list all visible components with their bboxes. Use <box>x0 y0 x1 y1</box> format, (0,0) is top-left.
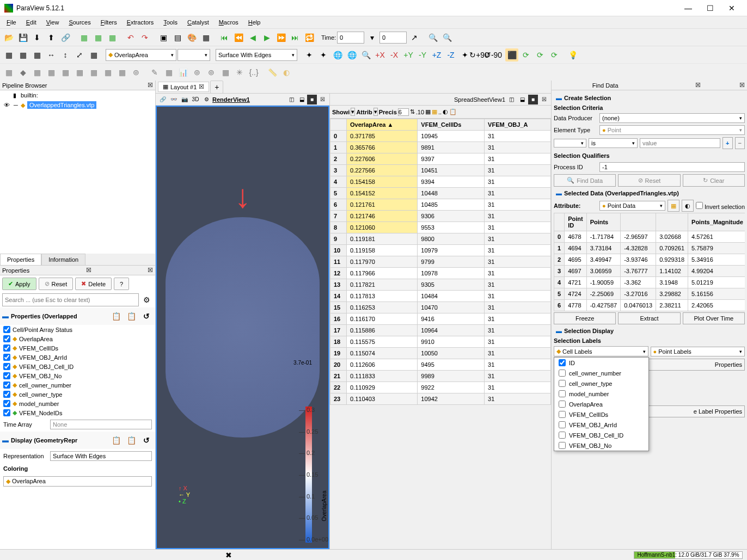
fd-reset-button[interactable]: ⊘ Reset <box>618 174 680 187</box>
reset-section-icon[interactable]: ↺ <box>140 310 153 323</box>
apply-button[interactable]: ✔Apply <box>2 278 36 290</box>
copy2-icon[interactable]: 📋 <box>109 434 123 447</box>
table-row[interactable]: 170.1158861096431 <box>330 325 551 336</box>
camera-link-icon[interactable]: 🔗 <box>158 95 168 104</box>
array-VFEM_OBJ_ArrId[interactable]: ◆ VFEM_OBJ_ArrId <box>0 353 155 362</box>
mode-3d-button[interactable]: 3D <box>191 95 200 104</box>
menu-catalyst[interactable]: Catalyst <box>183 18 213 27</box>
array-status-header[interactable]: Cell/Point Array Status <box>0 325 155 334</box>
array-cell_owner_type[interactable]: ◆ cell_owner_type <box>0 390 155 399</box>
table-row[interactable]: 146943.73184-4.328280.7092615.75879 <box>554 243 745 254</box>
anaglyph-icon[interactable]: 👓 <box>169 95 179 104</box>
table-row[interactable]: 120.1179661097831 <box>330 268 551 279</box>
precision-spinner[interactable]: ⇅ <box>410 108 415 115</box>
table-row[interactable]: 200.112606949531 <box>330 359 551 371</box>
table-row[interactable]: 44721-1.90059-3.3623.19485.01219 <box>554 277 745 288</box>
protractor-icon[interactable]: ◐ <box>280 66 293 79</box>
add-criteria-button[interactable]: + <box>722 137 733 149</box>
table-row[interactable]: 180.115575991031 <box>330 336 551 348</box>
table-row[interactable]: 140.1178131048431 <box>330 291 551 302</box>
delete-button[interactable]: ✖Delete <box>75 278 112 290</box>
cube-icon[interactable]: ▦ <box>87 48 100 61</box>
select-cells-icon[interactable]: ✦ <box>317 48 330 61</box>
help-button[interactable]: ? <box>114 278 129 290</box>
open-file-icon[interactable]: 📂 <box>2 31 15 44</box>
menu-sources[interactable]: Sources <box>64 18 95 27</box>
criteria-op-combo[interactable]: is▾ <box>589 138 638 148</box>
menu-view[interactable]: View <box>42 18 64 27</box>
prev-frame-icon[interactable]: ⏪ <box>232 31 245 44</box>
freeze-button[interactable]: Freeze <box>554 312 616 324</box>
split-v-icon[interactable]: ⬓ <box>297 95 307 104</box>
collapse-icon[interactable]: ▬ <box>2 312 9 320</box>
maximize-button[interactable]: ☐ <box>699 1 721 16</box>
add-layout-button[interactable]: + <box>210 81 223 94</box>
cell-labels-dropdown[interactable]: ID cell_owner_number cell_owner_type mod… <box>554 357 649 451</box>
minus-y-icon[interactable]: -Y <box>416 48 429 61</box>
table-row[interactable]: 100.1191581097931 <box>330 245 551 256</box>
export-icon[interactable]: 📋 <box>449 108 457 115</box>
popup-item-cell_owner_type[interactable]: cell_owner_type <box>554 378 648 389</box>
plot-over-time-button[interactable]: Plot Over Time <box>683 312 745 324</box>
representation-combo[interactable]: Surface With Edges▾ <box>216 49 297 61</box>
reset2-icon[interactable]: ↺ <box>140 434 153 447</box>
split-h-icon[interactable]: ◫ <box>286 95 296 104</box>
first-frame-icon[interactable]: ⏮ <box>218 31 231 44</box>
axis1-icon[interactable]: ↔ <box>45 48 58 61</box>
table-row[interactable]: 346973.06959-3.767771.141024.99204 <box>554 266 745 277</box>
menu-help[interactable]: Help <box>244 18 265 27</box>
layout-close-icon[interactable]: ☒ <box>199 83 204 90</box>
table-row[interactable]: 80.121060955331 <box>330 222 551 233</box>
table-row[interactable]: 04678-1.71784-2.965973.026684.57261 <box>554 231 745 243</box>
plus-z-icon[interactable]: +Z <box>430 48 443 61</box>
refresh2-icon[interactable]: ⟳ <box>534 48 547 61</box>
globe1-icon[interactable]: 🌐 <box>331 48 344 61</box>
menu-tools[interactable]: Tools <box>159 18 182 27</box>
grid-icon[interactable]: ▦ <box>2 48 15 61</box>
toggle-columns-icon[interactable]: ▦ <box>432 108 437 115</box>
table-row[interactable]: 246953.49947-3.937460.9293185.34916 <box>554 254 745 266</box>
cell-connectivity-icon[interactable]: .. <box>438 109 442 115</box>
table-row[interactable]: 10.365766989131 <box>330 142 551 153</box>
tab-information[interactable]: Information <box>41 254 85 265</box>
criteria-field-combo[interactable]: ▾ <box>554 139 586 147</box>
sel-toggle2-icon[interactable]: ◐ <box>682 200 694 212</box>
point-labels-combo[interactable]: ● Point Labels▾ <box>651 347 745 356</box>
time-value-input[interactable] <box>337 32 364 44</box>
extract-button[interactable]: Extract <box>618 312 680 324</box>
color-editor-icon[interactable]: ▦ <box>199 31 212 44</box>
precision-input[interactable] <box>398 108 409 116</box>
table-row[interactable]: 110.117970979931 <box>330 256 551 268</box>
refresh1-icon[interactable]: ⟳ <box>519 48 532 61</box>
properties-popout-icon[interactable]: ☒ <box>86 267 91 274</box>
fd-clear-button[interactable]: ↻ Clear <box>683 174 745 187</box>
fd-close-icon[interactable]: ☒ <box>739 82 745 89</box>
popup-item-VFEM_OBJ_Cell_ID[interactable]: VFEM_OBJ_Cell_ID <box>554 430 648 440</box>
play-icon[interactable]: ▶ <box>260 31 273 44</box>
save-state-icon[interactable]: ⬇ <box>30 31 44 44</box>
pipeline-root[interactable]: ▮ builtin: <box>0 90 155 100</box>
pipeline-close-icon[interactable]: ☒ <box>148 82 153 89</box>
table-row[interactable]: 210.111833998931 <box>330 371 551 382</box>
selected-attribute-combo[interactable]: ● Point Data▾ <box>599 201 665 211</box>
axis3-icon[interactable]: ⤢ <box>73 48 86 61</box>
copy-icon[interactable]: 📋 <box>109 310 123 323</box>
fd-popout-icon[interactable]: ☒ <box>695 82 701 89</box>
visibility-eye-icon[interactable]: 👁 <box>2 102 11 108</box>
rotate-ccw-icon[interactable]: ↺-90 <box>487 48 500 61</box>
popup-item-cell_owner_number[interactable]: cell_owner_number <box>554 368 648 378</box>
ruler-icon[interactable]: 📏 <box>266 66 279 79</box>
render-view[interactable]: ↓ ↑ X ← Y • Z — 0.3— 0.25— 0.2— 0.15— 0.… <box>156 106 329 549</box>
array-VFEM_CellIDs[interactable]: ◆ VFEM_CellIDs <box>0 343 155 353</box>
popup-item-OverlapArea[interactable]: OverlapArea <box>554 399 648 409</box>
properties-search-input[interactable] <box>2 293 139 306</box>
spreadsheet-table[interactable]: OverlapArea ▲VFEM_CellIDsVFEM_OBJ_A00.37… <box>330 119 551 549</box>
properties-close-icon[interactable]: ☒ <box>148 267 153 274</box>
load-state-icon[interactable]: ⬆ <box>45 31 58 44</box>
array-VFEM_OBJ_No[interactable]: ◆ VFEM_OBJ_No <box>0 371 155 380</box>
play-back-icon[interactable]: ◀ <box>246 31 259 44</box>
time-arrow-icon[interactable]: ↗ <box>408 31 421 44</box>
paste2-icon[interactable]: 📋 <box>125 434 138 447</box>
pipeline-item-overlapped[interactable]: 👁 ─ ◆ OverlappedTriangles.vtp <box>0 100 155 110</box>
camera-icon[interactable]: 📷 <box>180 95 189 104</box>
